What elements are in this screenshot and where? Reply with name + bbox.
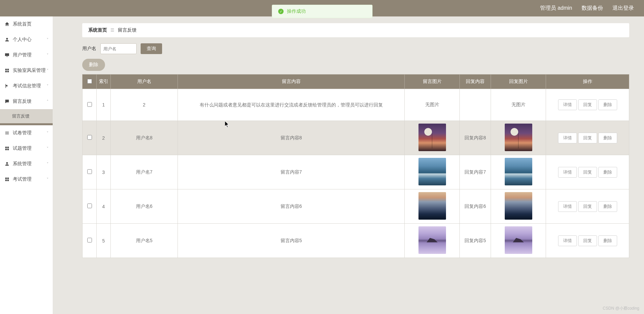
sidebar-item-6[interactable]: 试卷管理˅ — [0, 125, 53, 141]
col-header-3: 留言内容 — [178, 75, 405, 89]
delete-button[interactable]: 删除 — [598, 133, 617, 143]
sidebar-subitem-5-0[interactable]: 留言反馈 — [0, 109, 53, 123]
cell-content: 留言内容8 — [178, 121, 405, 155]
cell-reply: 回复内容6 — [460, 189, 491, 224]
admin-link[interactable]: 管理员 admin — [540, 5, 572, 12]
reply-button[interactable]: 回复 — [578, 99, 597, 110]
detail-button[interactable]: 详情 — [558, 133, 577, 143]
chevron-down-icon: ˅ — [47, 177, 49, 182]
reply-button[interactable]: 回复 — [578, 167, 597, 178]
username-input[interactable] — [100, 43, 137, 54]
cell-image — [405, 155, 460, 189]
row-checkbox[interactable] — [87, 169, 92, 174]
query-button[interactable]: 查询 — [141, 43, 162, 54]
cell-reply: 回复内容7 — [460, 155, 491, 189]
detail-button[interactable]: 详情 — [558, 201, 577, 212]
delete-button[interactable]: 删除 — [598, 167, 617, 178]
breadcrumb-home[interactable]: 系统首页 — [88, 27, 107, 33]
sidebar-item-label: 试题管理 — [13, 145, 47, 151]
col-header-6: 回复图片 — [491, 75, 546, 89]
col-header-5: 回复内容 — [460, 75, 491, 89]
sidebar-item-label: 试卷管理 — [13, 130, 47, 136]
cell-reply: 回复内容8 — [460, 121, 491, 155]
grid-icon — [4, 176, 10, 182]
cell-reply-image — [491, 189, 546, 224]
reply-image-thumb[interactable] — [505, 226, 532, 254]
chevron-down-icon: ˅ — [47, 53, 49, 57]
backup-link[interactable]: 数据备份 — [582, 5, 603, 12]
chevron-down-icon: ˅ — [47, 84, 49, 88]
bulk-delete-button[interactable]: 删除 — [82, 59, 105, 71]
sidebar-item-7[interactable]: 试题管理˅ — [0, 141, 53, 156]
col-header-0 — [83, 75, 97, 89]
detail-button[interactable]: 详情 — [558, 235, 577, 246]
reply-image-thumb[interactable] — [505, 192, 532, 220]
person-icon — [4, 37, 10, 43]
message-image-thumb[interactable] — [418, 124, 446, 151]
sidebar-item-label: 留言反馈 — [13, 98, 47, 104]
delete-button[interactable]: 删除 — [598, 201, 617, 212]
sidebar-item-5[interactable]: 留言反馈˄ — [0, 94, 53, 109]
check-icon: ✓ — [278, 9, 284, 14]
table-row: 2用户名8留言内容8回复内容8详情回复删除 — [83, 121, 629, 155]
message-image-thumb[interactable] — [418, 158, 446, 185]
message-image-thumb[interactable] — [418, 226, 446, 254]
cell-reply — [460, 89, 491, 121]
cell-image — [405, 189, 460, 224]
row-checkbox[interactable] — [87, 135, 92, 140]
delete-button[interactable]: 删除 — [598, 235, 617, 246]
table-row: 12有什么问题或者意见都是可以在这里进行交流或者反馈给管理员的，管理员可以进行回… — [83, 89, 629, 121]
row-checkbox[interactable] — [87, 238, 92, 242]
detail-button[interactable]: 详情 — [558, 99, 577, 110]
sidebar-item-8[interactable]: 系统管理˅ — [0, 156, 53, 172]
success-toast: ✓ 操作成功 — [272, 5, 373, 18]
cell-username: 用户名8 — [111, 121, 178, 155]
cell-index: 3 — [97, 155, 111, 189]
cell-username: 用户名5 — [111, 224, 178, 258]
sidebar-item-label: 个人中心 — [13, 37, 47, 43]
sidebar-item-1[interactable]: 个人中心˅ — [0, 32, 53, 47]
toast-message: 操作成功 — [287, 8, 306, 14]
search-bar: 用户名 查询 — [82, 43, 629, 54]
data-table-wrap: 索引用户名留言内容留言图片回复内容回复图片操作 12有什么问题或者意见都是可以在… — [82, 74, 629, 258]
sidebar: 系统首页个人中心˅用户管理˅实验室风采管理˅考试信息管理˅留言反馈˄留言反馈试卷… — [0, 16, 53, 314]
row-checkbox[interactable] — [87, 204, 92, 208]
cell-actions: 详情回复删除 — [546, 155, 629, 189]
col-header-4: 留言图片 — [405, 75, 460, 89]
breadcrumb-current: 留言反馈 — [118, 27, 137, 33]
message-image-thumb[interactable] — [418, 192, 446, 220]
reply-image-thumb[interactable] — [505, 124, 532, 151]
reply-button[interactable]: 回复 — [578, 201, 597, 212]
sidebar-item-9[interactable]: 考试管理˅ — [0, 172, 53, 187]
breadcrumb: 系统首页 ☰ 留言反馈 — [82, 23, 629, 37]
cell-actions: 详情回复删除 — [546, 121, 629, 155]
cell-reply-image: 无图片 — [491, 89, 546, 121]
home-icon — [4, 21, 10, 27]
row-checkbox[interactable] — [87, 102, 92, 107]
sidebar-item-label: 实验室风采管理 — [13, 68, 47, 74]
chevron-down-icon: ˅ — [47, 131, 49, 135]
reply-image-thumb[interactable] — [505, 158, 532, 185]
delete-button[interactable]: 删除 — [598, 99, 617, 110]
sidebar-item-4[interactable]: 考试信息管理˅ — [0, 78, 53, 94]
cell-actions: 详情回复删除 — [546, 189, 629, 224]
col-header-2: 用户名 — [111, 75, 178, 89]
reply-button[interactable]: 回复 — [578, 133, 597, 143]
sidebar-item-2[interactable]: 用户管理˅ — [0, 47, 53, 63]
sidebar-item-label: 考试信息管理 — [13, 83, 47, 89]
cell-reply-image — [491, 224, 546, 258]
logout-link[interactable]: 退出登录 — [612, 5, 634, 12]
col-header-1: 索引 — [97, 75, 111, 89]
search-label: 用户名 — [82, 46, 96, 52]
select-all-checkbox[interactable] — [87, 79, 92, 84]
detail-button[interactable]: 详情 — [558, 167, 577, 178]
grid-icon — [4, 145, 10, 151]
list-icon — [4, 130, 10, 136]
col-header-7: 操作 — [546, 75, 629, 89]
reply-button[interactable]: 回复 — [578, 235, 597, 246]
cell-content: 留言内容7 — [178, 155, 405, 189]
cell-index: 1 — [97, 89, 111, 121]
sidebar-item-3[interactable]: 实验室风采管理˅ — [0, 63, 53, 78]
sidebar-item-0[interactable]: 系统首页 — [0, 16, 53, 32]
monitor-icon — [4, 52, 10, 58]
